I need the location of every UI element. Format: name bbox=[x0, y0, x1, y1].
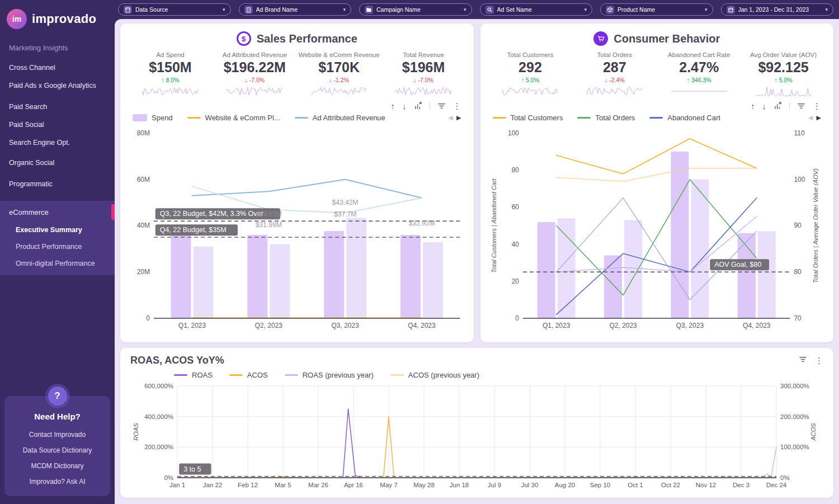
legend-prev-icon[interactable]: ◀ bbox=[808, 114, 813, 121]
date-range-picker[interactable]: Jan 1, 2023 - Dec 31, 2023 ▾ bbox=[721, 3, 834, 16]
sort-desc-icon[interactable]: ↓ bbox=[402, 102, 407, 110]
sidebar-item-organic-social[interactable]: Organic Social bbox=[0, 154, 115, 172]
filter-icon[interactable] bbox=[797, 102, 805, 110]
chevron-down-icon: ▾ bbox=[584, 7, 587, 12]
svg-text:Q4, 2023: Q4, 2023 bbox=[743, 322, 771, 329]
kpi-value: 292 bbox=[488, 59, 573, 76]
sidebar-item-paid-search[interactable]: Paid Search bbox=[0, 98, 115, 116]
svg-text:$31.99M: $31.99M bbox=[256, 221, 282, 229]
sidebar-section-ecommerce: eCommerce Executive Summary Product Perf… bbox=[0, 201, 115, 275]
filter-ad-set-name[interactable]: Ad Set Name ▾ bbox=[480, 3, 593, 16]
svg-text:Total Orders | Average Order V: Total Orders | Average Order Value (AOV) bbox=[812, 168, 819, 283]
svg-text:$37.7M: $37.7M bbox=[334, 210, 356, 218]
roas-chart: 3 to 50%200,000%400,000%600,000%0%100,00… bbox=[129, 381, 824, 497]
more-options-icon[interactable]: ⋮ bbox=[815, 356, 823, 366]
improvado-logo[interactable]: im improvado bbox=[0, 0, 115, 43]
building-icon bbox=[244, 6, 253, 14]
legend-item-ad-attributed-revenue: Ad Attributed Revenue bbox=[295, 114, 385, 122]
svg-text:3 to 5: 3 to 5 bbox=[183, 465, 201, 473]
help-link-data-source-dictionary[interactable]: Data Source Dictionary bbox=[9, 442, 106, 458]
sort-desc-icon[interactable]: ↓ bbox=[762, 102, 767, 110]
kpi-ad-attributed-revenue: Ad Attributed Revenue $196.22M ↓ -7.0% bbox=[213, 51, 297, 100]
filter-ad-brand-name[interactable]: Ad Brand Name ▾ bbox=[239, 3, 352, 16]
sidebar-item-paid-ads-google-analytics[interactable]: Paid Ads x Google Analytics bbox=[0, 77, 115, 95]
chevron-down-icon: ▾ bbox=[464, 7, 466, 12]
legend-swatch bbox=[187, 117, 201, 119]
filter-icon[interactable] bbox=[799, 355, 807, 366]
legend-swatch bbox=[133, 114, 147, 121]
legend-label: Website & eComm Pl... bbox=[205, 114, 280, 122]
svg-text:Jun 18: Jun 18 bbox=[450, 482, 469, 488]
toolbar-divider bbox=[789, 102, 790, 110]
svg-text:0%: 0% bbox=[164, 474, 173, 481]
chart-export-icon[interactable] bbox=[414, 102, 422, 110]
legend-label: Spend bbox=[152, 114, 173, 122]
svg-text:Q1, 2023: Q1, 2023 bbox=[178, 322, 206, 329]
sidebar-item-programmatic[interactable]: Programmatic bbox=[0, 175, 115, 193]
chart-export-icon[interactable] bbox=[774, 102, 782, 110]
svg-text:Q2, 2023: Q2, 2023 bbox=[255, 322, 283, 329]
help-link-mcdm-dictionary[interactable]: MCDM Dictionary bbox=[9, 458, 106, 474]
kpi-delta: ↑ 8.0% bbox=[128, 77, 213, 83]
toolbar-divider bbox=[430, 102, 430, 110]
sidebar-item-paid-social[interactable]: Paid Social bbox=[0, 116, 115, 134]
sidebar-section-label: Marketing Insights bbox=[0, 43, 115, 59]
svg-text:ROAS: ROAS bbox=[133, 423, 139, 441]
svg-text:Jan 1: Jan 1 bbox=[169, 482, 185, 488]
kpi-value: $170K bbox=[297, 59, 381, 76]
svg-text:Oct 1: Oct 1 bbox=[628, 482, 643, 488]
filter-product-name[interactable]: Product Name ▾ bbox=[600, 3, 713, 16]
kpi-delta: ↓ -1.2% bbox=[297, 77, 381, 83]
svg-text:Q3, 22 Budget, $42M, 3.3% Over: Q3, 22 Budget, $42M, 3.3% Over bbox=[160, 210, 263, 218]
sidebar-item-omni-digital-performance[interactable]: Omni-digital Performance bbox=[0, 255, 115, 272]
legend-swatch bbox=[285, 374, 298, 376]
svg-text:Dec 3: Dec 3 bbox=[733, 482, 750, 488]
delta-arrow-icon: ↑ bbox=[775, 77, 777, 83]
svg-text:Aug 20: Aug 20 bbox=[555, 482, 575, 488]
chart-legend: Spend Website & eComm Pl... Ad Attribute… bbox=[128, 112, 466, 125]
sidebar-item-ecommerce[interactable]: eCommerce bbox=[0, 203, 115, 222]
svg-text:Total Customers | Abandoned Ca: Total Customers | Abandoned Cart bbox=[491, 178, 497, 272]
kpi-label: Abandoned Cart Rate bbox=[657, 51, 741, 58]
kpi-value: $196.22M bbox=[213, 59, 297, 76]
kpi-delta: ↑ 346.3% bbox=[657, 77, 741, 83]
kpi-value: 287 bbox=[572, 59, 657, 76]
legend-next-icon[interactable]: ▶ bbox=[817, 114, 821, 121]
help-link-ask-ai[interactable]: Improvado? Ask AI bbox=[9, 474, 106, 489]
filter-data-source[interactable]: Data Source ▾ bbox=[118, 3, 231, 16]
legend-swatch bbox=[649, 117, 663, 119]
dollar-circle-icon: $ bbox=[237, 31, 251, 46]
svg-text:100,000%: 100,000% bbox=[780, 444, 809, 450]
chart-toolbar: ↑ ↓ ⋮ bbox=[488, 100, 826, 112]
sort-asc-icon[interactable]: ↑ bbox=[751, 102, 755, 110]
legend-swatch bbox=[229, 374, 243, 376]
more-options-icon[interactable]: ⋮ bbox=[453, 102, 461, 110]
svg-text:600,000%: 600,000% bbox=[144, 383, 173, 389]
sales-chart: Q3, 22 Budget, $42M, 3.3% OverQ4, 22 Bud… bbox=[128, 125, 466, 339]
sparkline bbox=[395, 85, 451, 97]
legend-prev-icon[interactable]: ◀ bbox=[449, 114, 453, 121]
legend-next-icon[interactable]: ▶ bbox=[456, 114, 461, 121]
kpi-value: $92.125 bbox=[741, 59, 826, 76]
svg-text:0%: 0% bbox=[780, 474, 790, 481]
help-title: Need Help? bbox=[9, 412, 106, 421]
sparkline bbox=[671, 85, 727, 97]
filter-campaign-name[interactable]: Campaign Name ▾ bbox=[359, 3, 472, 16]
legend-item-total-customers: Total Customers bbox=[493, 114, 563, 122]
sort-asc-icon[interactable]: ↑ bbox=[391, 102, 395, 110]
kpi-total-revenue: Total Revenue $196M ↓ -7.0% bbox=[381, 51, 466, 100]
filter-icon[interactable] bbox=[437, 102, 446, 110]
legend-swatch bbox=[493, 117, 506, 119]
question-icon[interactable]: ? bbox=[48, 387, 67, 406]
sidebar-item-executive-summary[interactable]: Executive Summary bbox=[0, 222, 115, 238]
sidebar-item-cross-channel[interactable]: Cross Channel bbox=[0, 59, 115, 77]
kpi-delta: ↓ -2.4% bbox=[572, 77, 657, 83]
help-link-contact[interactable]: Contact Improvado bbox=[9, 427, 106, 442]
kpi-label: Total Orders bbox=[572, 51, 657, 58]
improvado-logo-icon: im bbox=[7, 9, 27, 29]
more-options-icon[interactable]: ⋮ bbox=[813, 102, 821, 110]
svg-text:110: 110 bbox=[794, 129, 804, 137]
sidebar-item-product-performance[interactable]: Product Performance bbox=[0, 238, 115, 255]
delta-arrow-icon: ↓ bbox=[605, 77, 607, 83]
sidebar-item-search-engine-opt[interactable]: Search Engine Opt. bbox=[0, 134, 115, 152]
